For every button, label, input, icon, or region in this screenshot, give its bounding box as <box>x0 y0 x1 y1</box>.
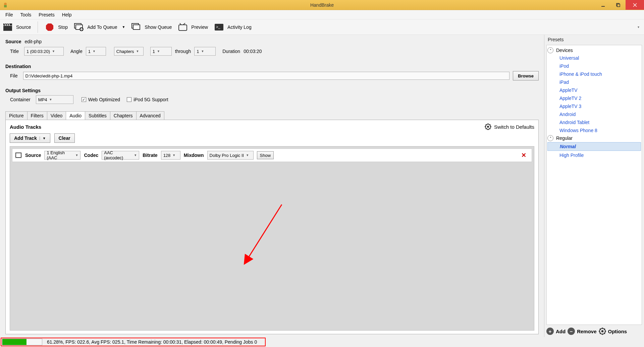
source-row: Source edit-php <box>5 39 539 44</box>
preset-appletv3[interactable]: AppleTV 3 <box>547 102 641 110</box>
angle-value: 1 <box>88 49 91 54</box>
tab-filters[interactable]: Filters <box>27 111 47 120</box>
through-label: through <box>175 49 191 54</box>
chevron-down-icon: ▼ <box>122 25 125 29</box>
svg-rect-38 <box>15 154 16 155</box>
track-codec-select[interactable]: AAC (avcodec)▼ <box>102 151 139 160</box>
angle-select[interactable]: 1▼ <box>86 47 106 56</box>
preset-appletv[interactable]: AppleTV <box>547 86 641 94</box>
menu-presets[interactable]: Presets <box>35 11 58 19</box>
tool-activity-log[interactable]: >_ Activity Log <box>214 22 252 32</box>
tool-stop[interactable]: Stop <box>45 22 68 32</box>
preset-ipad[interactable]: iPad <box>547 78 641 86</box>
menu-file[interactable]: File <box>2 11 16 19</box>
track-show-button[interactable]: Show <box>257 151 274 159</box>
track-source-label: Source <box>25 153 41 158</box>
ipod5g-checkbox[interactable]: iPod 5G Support <box>127 97 168 102</box>
minimize-button[interactable] <box>595 0 610 10</box>
svg-rect-41 <box>21 153 22 154</box>
collapse-icon: ˄ <box>547 135 553 141</box>
svg-rect-1 <box>4 5 7 7</box>
tool-source[interactable]: Source <box>3 22 31 32</box>
menu-help[interactable]: Help <box>59 11 75 19</box>
chapter-from-value: 1 <box>153 49 155 54</box>
preset-options-button[interactable]: Options <box>599 328 627 335</box>
preset-iphone-ipod-touch[interactable]: iPhone & iPod touch <box>547 70 641 78</box>
duration-label: Duration <box>219 49 240 54</box>
audio-tracks-title: Audio Tracks <box>10 124 41 130</box>
tab-picture[interactable]: Picture <box>5 111 28 120</box>
toolbar-separator <box>38 21 38 33</box>
tab-advanced[interactable]: Advanced <box>136 111 164 120</box>
add-track-button[interactable]: Add Track ▼ <box>10 133 50 143</box>
preset-group-devices[interactable]: ˄ Devices <box>547 47 641 54</box>
preset-group-regular[interactable]: ˄ Regular <box>547 134 641 142</box>
preset-appletv2[interactable]: AppleTV 2 <box>547 94 641 102</box>
web-optimized-checkbox[interactable]: ✓ Web Optimized <box>82 97 120 102</box>
checkbox-icon: ✓ <box>82 97 86 102</box>
preset-ipod[interactable]: iPod <box>547 62 641 70</box>
preset-android[interactable]: Android <box>547 110 641 118</box>
track-bitrate-select[interactable]: 128▼ <box>161 151 180 160</box>
track-source-value: 1 English (AAC <box>47 150 73 160</box>
preset-normal[interactable]: Normal <box>547 142 641 151</box>
window-title: HandBrake <box>310 2 334 8</box>
tool-stop-label: Stop <box>58 24 68 30</box>
svg-rect-39 <box>15 156 16 156</box>
preset-group-label: Devices <box>556 48 573 53</box>
preset-remove-label: Remove <box>577 329 596 334</box>
remove-track-icon[interactable]: ✕ <box>519 152 529 159</box>
preset-high-profile[interactable]: High Profile <box>547 151 641 159</box>
track-mixdown-select[interactable]: Dolby Pro Logic II▼ <box>207 151 254 160</box>
preset-windows-phone-8[interactable]: Windows Phone 8 <box>547 126 641 134</box>
stop-icon <box>45 22 55 32</box>
svg-rect-7 <box>3 26 12 31</box>
track-mixdown-value: Dolby Pro Logic II <box>210 153 244 158</box>
tool-preview[interactable]: Preview <box>178 22 208 32</box>
tv-icon <box>178 22 188 32</box>
preset-add-button[interactable]: + Add <box>546 328 566 335</box>
preset-remove-button[interactable]: − Remove <box>568 328 596 335</box>
app-icon <box>2 2 9 8</box>
preset-list: ˄ Devices Universal iPod iPhone & iPod t… <box>546 45 642 325</box>
container-value: MP4 <box>38 97 47 102</box>
preset-android-tablet[interactable]: Android Tablet <box>547 118 641 126</box>
container-select[interactable]: MP4▼ <box>36 95 73 104</box>
tab-chapters[interactable]: Chapters <box>110 111 137 120</box>
tab-subtitles[interactable]: Subtitles <box>85 111 110 120</box>
browse-button[interactable]: Browse <box>513 71 539 80</box>
menu-tools[interactable]: Tools <box>17 11 35 19</box>
gear-icon <box>599 328 606 335</box>
switch-to-defaults-label: Switch to Defaults <box>494 124 534 130</box>
maximize-button[interactable] <box>610 0 626 10</box>
chapter-from-select[interactable]: 1▼ <box>150 47 172 56</box>
toolbar: Source Stop Add To Queue ▼ Show Queue Pr… <box>0 19 644 35</box>
title-select[interactable]: 1 (00:03:20)▼ <box>24 47 64 56</box>
tool-activity-log-label: Activity Log <box>227 24 252 30</box>
track-source-select[interactable]: 1 English (AAC▼ <box>44 151 80 160</box>
titlebar: HandBrake <box>0 0 644 10</box>
tab-video[interactable]: Video <box>47 111 66 120</box>
gear-icon <box>485 123 491 130</box>
range-type-select[interactable]: Chapters▼ <box>114 47 144 56</box>
audio-panel: Audio Tracks Switch to Defaults Add Trac… <box>5 120 539 334</box>
chapter-to-select[interactable]: 1▼ <box>194 47 216 56</box>
output-settings-label: Output Settings <box>5 88 539 93</box>
tool-show-queue[interactable]: Show Queue <box>131 22 172 32</box>
switch-to-defaults[interactable]: Switch to Defaults <box>485 123 534 130</box>
track-bitrate-value: 128 <box>163 153 171 158</box>
preset-universal[interactable]: Universal <box>547 54 641 62</box>
destination-label: Destination <box>5 64 539 69</box>
toolbar-overflow[interactable]: ▾ <box>636 25 641 29</box>
menubar: File Tools Presets Help <box>0 10 644 19</box>
track-mixdown-label: Mixdown <box>184 153 204 158</box>
track-list: Source 1 English (AAC▼ Codec AAC (avcode… <box>10 146 534 331</box>
container-label: Container <box>5 97 33 102</box>
close-button[interactable] <box>626 0 644 10</box>
tool-add-queue[interactable]: Add To Queue ▼ <box>74 22 125 32</box>
destination-input[interactable] <box>23 72 509 80</box>
tab-audio[interactable]: Audio <box>66 111 85 120</box>
svg-rect-44 <box>21 157 22 158</box>
clear-button[interactable]: Clear <box>54 133 75 143</box>
terminal-icon: >_ <box>214 22 224 32</box>
